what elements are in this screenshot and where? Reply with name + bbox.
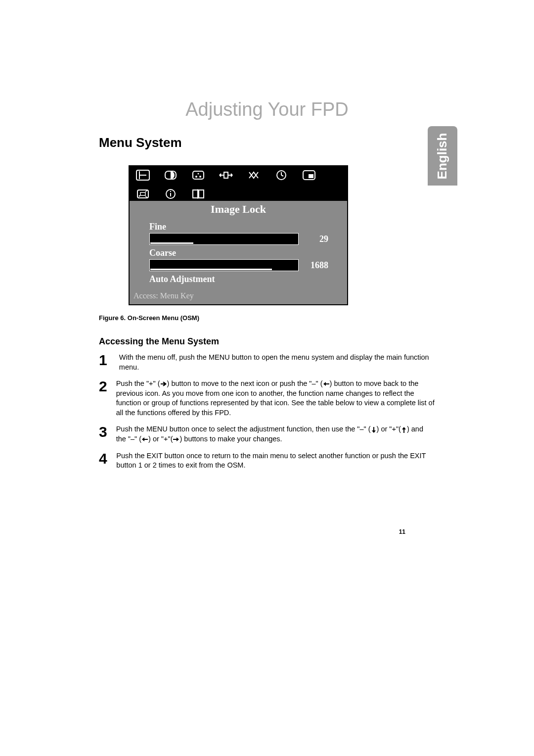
arrow-right-icon (173, 436, 179, 442)
geometry-icon (134, 188, 151, 200)
step-text: Push the MENU button once to select the … (116, 425, 435, 444)
page-number: 11 (399, 528, 405, 535)
svg-rect-15 (170, 191, 171, 192)
arrow-right-icon (160, 381, 167, 387)
figure-caption: Figure 6. On-Screen Menu (OSM) (99, 314, 435, 322)
osm-coarse-slider: 1688 (149, 259, 341, 271)
slider-track-fine (149, 233, 299, 245)
osm-fine-slider: 29 (149, 233, 341, 245)
svg-point-3 (195, 176, 197, 178)
step-4: 4 Push the EXIT button once to return to… (99, 451, 435, 471)
osm-icon-row (130, 166, 347, 201)
color-icon (190, 169, 207, 181)
subheading-accessing: Accessing the Menu System (99, 336, 435, 347)
step-number: 3 (99, 425, 107, 439)
osm-fine-label: Fine (149, 222, 341, 232)
step-3: 3 Push the MENU button once to select th… (99, 425, 435, 444)
step-text: Push the EXIT button once to return to t… (116, 451, 435, 471)
position-icon (218, 169, 234, 181)
step-text: With the menu off, push the MENU button … (119, 353, 435, 372)
arrow-left-icon (323, 381, 330, 387)
clock-icon (273, 169, 290, 181)
svg-rect-16 (193, 190, 198, 198)
language-tab: English (428, 126, 457, 186)
osm-auto-label: Auto Adjustment (149, 274, 341, 284)
osm-access-text: Access: Menu Key (130, 289, 347, 304)
step-number: 4 (99, 451, 107, 466)
info-icon (162, 188, 179, 200)
arrow-down-icon (371, 426, 377, 433)
step-number: 2 (99, 379, 107, 394)
svg-rect-10 (137, 190, 148, 198)
step-number: 1 (99, 353, 110, 368)
scaling-icon (245, 169, 262, 181)
pip-icon (301, 169, 317, 181)
language-tab-label: English (435, 133, 450, 179)
osm-title: Image Lock (130, 201, 347, 219)
osm-coarse-value: 1688 (304, 260, 328, 271)
brightness-icon (162, 169, 179, 181)
svg-rect-17 (199, 190, 204, 198)
svg-rect-6 (224, 172, 228, 178)
section-title: Menu System (99, 135, 435, 150)
chapter-title: Adjusting Your FPD (99, 99, 435, 120)
svg-rect-2 (193, 171, 204, 179)
osm-fine-value: 29 (304, 234, 328, 244)
svg-point-12 (139, 195, 140, 197)
arrow-up-icon (401, 426, 407, 433)
slider-track-coarse (149, 259, 299, 271)
arrow-left-icon (141, 436, 148, 442)
step-text: Push the "+" () button to move to the ne… (116, 379, 435, 418)
exit-icon (190, 188, 207, 200)
osm-coarse-label: Coarse (149, 248, 341, 258)
steps-list: 1 With the menu off, push the MENU butto… (99, 353, 435, 471)
svg-rect-11 (140, 192, 145, 195)
svg-rect-14 (170, 193, 171, 196)
svg-point-4 (198, 173, 199, 175)
step-1: 1 With the menu off, push the MENU butto… (99, 353, 435, 372)
osm-figure: Image Lock Fine 29 Coarse 1688 Auto Adju… (129, 165, 435, 305)
svg-rect-9 (309, 174, 313, 178)
image-lock-icon (134, 169, 151, 181)
step-2: 2 Push the "+" () button to move to the … (99, 379, 435, 418)
svg-point-5 (199, 176, 201, 178)
